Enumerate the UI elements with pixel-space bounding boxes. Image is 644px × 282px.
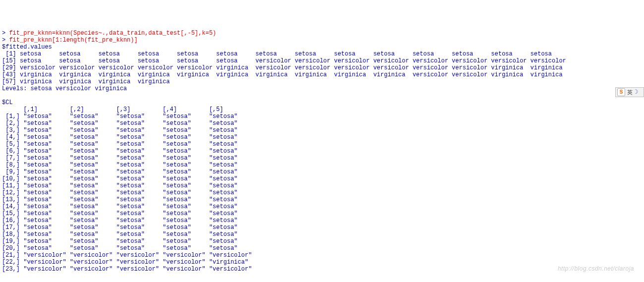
cl-row: [22,] "versicolor" "versicolor" "versico…	[2, 259, 248, 266]
levels-line: Levels: setosa versicolor virginica	[2, 85, 127, 92]
cl-row: [10,] "setosa" "setosa" "setosa" "setosa…	[2, 175, 237, 182]
watermark-text: http://blog.csdn.net/claroja	[558, 265, 634, 272]
cl-row: [19,] "setosa" "setosa" "setosa" "setosa…	[2, 238, 237, 245]
fitted-row: [1] setosa setosa setosa setosa setosa s…	[2, 51, 552, 57]
cl-row: [18,] "setosa" "setosa" "setosa" "setosa…	[2, 231, 237, 238]
cl-row: [5,] "setosa" "setosa" "setosa" "setosa"…	[2, 141, 237, 148]
cl-row: [23,] "versicolor" "versicolor" "versico…	[2, 266, 252, 273]
moon-icon: ☽	[635, 89, 638, 96]
cl-header: $CL	[2, 99, 13, 106]
ime-toolbar[interactable]: S 英 ☽	[615, 87, 644, 97]
cl-row: [6,] "setosa" "setosa" "setosa" "setosa"…	[2, 148, 237, 155]
console-prompt[interactable]: >	[2, 30, 9, 37]
cl-row: [16,] "setosa" "setosa" "setosa" "setosa…	[2, 217, 237, 224]
fitted-row: [43] virginica virginica virginica virgi…	[2, 71, 563, 78]
cl-col-header: [,1] [,2] [,3] [,4] [,5]	[2, 106, 223, 113]
fitted-row: [15] setosa setosa setosa setosa setosa …	[2, 57, 566, 64]
console-command: fit_pre_kknn=kknn(Species~.,data_train,d…	[9, 30, 216, 37]
cl-row: [11,] "setosa" "setosa" "setosa" "setosa…	[2, 182, 237, 189]
ime-logo-icon: S	[617, 88, 625, 96]
cl-row: [9,] "setosa" "setosa" "setosa" "setosa"…	[2, 169, 237, 175]
ime-language-label[interactable]: 英	[627, 89, 633, 96]
fitted-header: $fitted.values	[2, 44, 52, 51]
cl-row: [13,] "setosa" "setosa" "setosa" "setosa…	[2, 196, 237, 203]
fitted-row: [29] versicolor versicolor versicolor ve…	[2, 64, 563, 71]
cl-row: [3,] "setosa" "setosa" "setosa" "setosa"…	[2, 127, 237, 134]
r-console-output: > fit_pre_kknn=kknn(Species~.,data_train…	[2, 30, 642, 273]
cl-row: [14,] "setosa" "setosa" "setosa" "setosa…	[2, 203, 237, 210]
console-command: fit_pre_kknn[1:length(fit_pre_kknn)]	[9, 37, 137, 44]
cl-row: [7,] "setosa" "setosa" "setosa" "setosa"…	[2, 155, 237, 162]
cl-row: [21,] "versicolor" "versicolor" "versico…	[2, 252, 252, 259]
cl-row: [4,] "setosa" "setosa" "setosa" "setosa"…	[2, 134, 237, 141]
cl-row: [8,] "setosa" "setosa" "setosa" "setosa"…	[2, 162, 237, 169]
cl-row: [20,] "setosa" "setosa" "setosa" "setosa…	[2, 245, 237, 252]
cl-row: [12,] "setosa" "setosa" "setosa" "setosa…	[2, 189, 237, 196]
cl-row: [17,] "setosa" "setosa" "setosa" "setosa…	[2, 224, 237, 231]
cl-row: [2,] "setosa" "setosa" "setosa" "setosa"…	[2, 120, 237, 127]
cl-row: [15,] "setosa" "setosa" "setosa" "setosa…	[2, 210, 237, 217]
fitted-row: [57] virginica virginica virginica virgi…	[2, 78, 170, 85]
cl-row: [1,] "setosa" "setosa" "setosa" "setosa"…	[2, 113, 237, 120]
console-prompt[interactable]: >	[2, 37, 9, 44]
